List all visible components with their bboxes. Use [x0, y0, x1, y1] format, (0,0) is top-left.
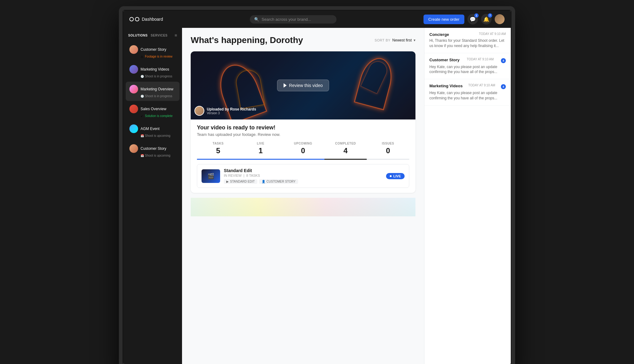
logo-title: Dashboard — [142, 17, 163, 22]
stat-value: 0 — [282, 146, 324, 155]
sidebar-item-customer-story-1[interactable]: Customer Story ⚠ Footage is in review — [126, 42, 180, 61]
sidebar-item-marketing-videos[interactable]: Marketing Videos 🕐 Shoot is in progress — [126, 62, 180, 81]
message-button[interactable]: 💬 1 — [467, 14, 478, 24]
tag-label: CUSTOMER STORY — [267, 180, 296, 183]
progress-dark — [324, 159, 367, 160]
stat-completed: COMPLETED 4 — [324, 142, 367, 155]
sidebar-item-header: Marketing Videos — [129, 65, 176, 74]
stat-live: LIVE 1 — [239, 142, 282, 155]
uploader-version: Version 3 — [207, 111, 256, 115]
sort-value: Newest first — [392, 38, 412, 42]
sidebar-item-marketing-overview[interactable]: Marketing Overview 🕐 Shoot is in progres… — [126, 82, 180, 101]
live-dot — [390, 175, 392, 177]
message-badge: 4 — [501, 58, 506, 63]
message-header: Concierge TODAY AT 9:10 AM — [429, 32, 506, 37]
order-card[interactable]: 🎬 Standard Edit IN REVIEW | 8 TASKS — [197, 164, 409, 188]
tag-icon: 👤 — [262, 180, 265, 183]
create-order-button[interactable]: Create new order — [423, 15, 464, 24]
video-card: Review this video Uploaded by Rose Richa… — [191, 51, 415, 193]
stat-label: LIVE — [239, 142, 282, 145]
uploader-name-strong: Rose Richards — [230, 107, 256, 111]
search-placeholder: Search across your brand... — [262, 17, 311, 22]
uploader-avatar — [194, 106, 204, 116]
order-title: Standard Edit — [224, 168, 382, 173]
topbar: Dashboard 🔍 Search across your brand... … — [123, 11, 511, 28]
filter-icon[interactable]: ≡ — [175, 33, 177, 38]
notification-badge: 7 — [488, 13, 492, 18]
sidebar-item-name: Marketing Overview — [141, 87, 173, 91]
sort-label: SORT BY — [375, 38, 390, 42]
notification-button[interactable]: 🔔 7 — [481, 14, 492, 24]
logo-circle-1 — [129, 17, 134, 21]
user-avatar[interactable] — [495, 14, 505, 24]
logo-circle-2 — [135, 17, 139, 21]
sidebar-item-sales-overview[interactable]: Sales Overview ✓ Solution is complete — [126, 102, 180, 121]
laptop-screen: Dashboard 🔍 Search across your brand... … — [123, 10, 511, 364]
sidebar-item-header: Customer Story — [129, 45, 176, 54]
message-sender: Marketing Videos — [429, 84, 462, 88]
status-text: Footage is in review — [145, 55, 172, 58]
sidebar-item-customer-story-2[interactable]: Customer Story 📅 Shoot is upcoming — [126, 141, 180, 160]
status-warning-icon: ⚠ — [141, 55, 144, 58]
tab-solutions[interactable]: SOLUTIONS — [128, 34, 148, 37]
chevron-down-icon: ▾ — [414, 38, 415, 42]
stat-label: TASKS — [197, 142, 239, 145]
stat-value: 1 — [239, 146, 282, 155]
search-bar: 🔍 Search across your brand... — [168, 15, 419, 24]
video-uploader: Uploaded by Rose Richards Version 3 — [194, 106, 256, 116]
order-status: IN REVIEW — [224, 174, 241, 177]
video-ready-subtitle: Team has uploaded your footage. Review n… — [197, 132, 409, 137]
status-text: Shoot is in progress — [145, 94, 172, 98]
sidebar-item-status: 🕐 Shoot is in progress — [129, 94, 176, 98]
sidebar-avatar — [129, 65, 138, 74]
page-title: What's happening, Dorothy — [191, 35, 303, 45]
sidebar-item-status: ⚠ Footage is in review — [129, 55, 176, 58]
progress-empty — [367, 159, 409, 160]
message-text: Hey Kate, can you please post an update … — [429, 64, 506, 75]
message-time: TODAY AT 9:10 AM — [468, 84, 495, 87]
topbar-actions: Create new order 💬 1 🔔 7 — [423, 14, 505, 24]
message-badge: 4 — [501, 84, 506, 89]
page-header: What's happening, Dorothy SORT BY Newest… — [191, 35, 415, 45]
uploader-name: Uploaded by Rose Richards — [207, 107, 256, 111]
play-button[interactable]: Review this video — [277, 80, 329, 91]
sidebar-tabs: SOLUTIONS SERVICES — [128, 34, 167, 37]
sidebar-item-header: AGM Event — [129, 124, 176, 133]
stat-value: 0 — [367, 146, 409, 155]
message-badge: 1 — [474, 13, 479, 18]
message-item-concierge[interactable]: Concierge TODAY AT 9:10 AM Hi, Thanks fo… — [424, 28, 511, 53]
status-check-icon: ✓ — [141, 115, 144, 118]
laptop-frame: Dashboard 🔍 Search across your brand... … — [119, 6, 515, 364]
message-item-marketing-videos[interactable]: Marketing Videos TODAY AT 9:10 AM 4 Hey … — [424, 79, 511, 106]
tag-label: STANDARD EDIT — [230, 180, 255, 183]
message-item-customer-story[interactable]: Customer Story TODAY AT 9:10 AM 4 Hey Ka… — [424, 53, 511, 80]
stat-label: UPCOMING — [282, 142, 324, 145]
tab-services[interactable]: SERVICES — [151, 34, 167, 37]
video-thumbnail: Review this video Uploaded by Rose Richa… — [191, 51, 415, 119]
search-icon: 🔍 — [254, 17, 259, 22]
order-thumbnail: 🎬 — [202, 169, 220, 183]
sidebar-item-status: 📅 Shoot is upcoming — [129, 134, 176, 137]
order-info: Standard Edit IN REVIEW | 8 TASKS ▶ — [224, 168, 382, 184]
search-input-wrapper[interactable]: 🔍 Search across your brand... — [250, 15, 337, 24]
live-badge: LIVE — [386, 173, 405, 179]
message-header: Customer Story TODAY AT 9:10 AM 4 — [429, 58, 506, 63]
sidebar-item-name: Marketing Videos — [141, 67, 169, 72]
message-sender: Customer Story — [429, 58, 460, 62]
sidebar: SOLUTIONS SERVICES ≡ Customer Story ⚠ Fo… — [123, 28, 182, 364]
sidebar-item-agm-event[interactable]: AGM Event 📅 Shoot is upcoming — [126, 121, 180, 141]
message-sender: Concierge — [429, 32, 449, 37]
logo-icon — [129, 16, 139, 22]
stat-issues: ISSUES 0 — [367, 142, 409, 155]
message-header: Marketing Videos TODAY AT 9:10 AM 4 — [429, 84, 506, 89]
sidebar-item-status: 🕐 Shoot is in progress — [129, 75, 176, 78]
main-content: What's happening, Dorothy SORT BY Newest… — [182, 28, 424, 364]
status-clock-icon: 🕐 — [141, 75, 144, 78]
sidebar-header: SOLUTIONS SERVICES ≡ — [123, 33, 182, 41]
stat-tasks: TASKS 5 — [197, 142, 239, 155]
sort-control[interactable]: SORT BY Newest first ▾ — [375, 38, 415, 42]
status-text: Solution is complete — [145, 114, 173, 118]
status-text: Shoot is upcoming — [145, 154, 170, 157]
sidebar-avatar — [129, 45, 138, 54]
sidebar-avatar — [129, 85, 138, 93]
